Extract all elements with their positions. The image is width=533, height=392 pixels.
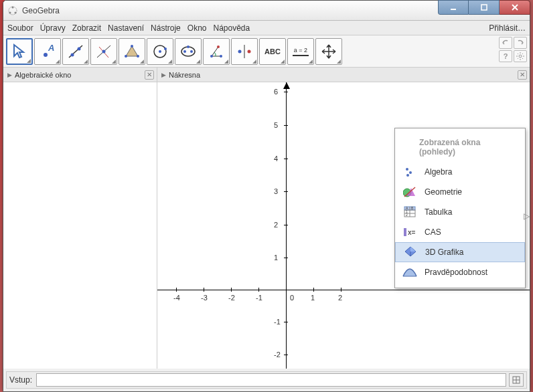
tool-reflect[interactable] <box>231 38 258 65</box>
menu-help[interactable]: Nápověda <box>213 23 250 33</box>
app-window: GeoGebra Soubor Úpravy Zobrazit Nastaven… <box>3 0 530 392</box>
x-tick-label: -3 <box>201 294 208 302</box>
side-expand-icon[interactable]: ▷ <box>524 211 530 221</box>
menu-settings[interactable]: Nastavení <box>108 23 144 33</box>
algebra-panel: ▶ Algebraické okno ✕ <box>3 68 157 369</box>
svg-point-33 <box>519 55 522 58</box>
titlebar[interactable]: GeoGebra <box>3 1 530 21</box>
popup-label: Pravděpodobnost <box>425 268 487 277</box>
svg-point-19 <box>125 55 127 58</box>
y-tick-label: 4 <box>274 155 278 163</box>
popup-label: Tabulka <box>425 207 452 217</box>
toolbar: A ABC a = 2 ? <box>3 35 530 68</box>
chevron-down-icon <box>84 60 88 64</box>
svg-rect-56 <box>404 228 406 236</box>
svg-point-2 <box>15 11 17 13</box>
svg-line-38 <box>518 54 518 54</box>
y-tick-label: 1 <box>274 254 278 262</box>
popup-item-3d[interactable]: 3D Grafika <box>395 242 525 262</box>
tool-move-view[interactable] <box>315 38 342 65</box>
algebra-close-button[interactable]: ✕ <box>145 70 154 80</box>
x-tick-label: 1 <box>311 294 315 302</box>
maximize-button[interactable] <box>469 0 500 15</box>
command-input[interactable] <box>36 373 506 387</box>
tool-line[interactable] <box>62 38 89 65</box>
popup-label: 3D Grafika <box>425 248 463 257</box>
menu-tools[interactable]: Nástroje <box>151 23 181 33</box>
popup-item-cas[interactable]: x= CAS <box>395 222 525 242</box>
svg-point-24 <box>183 50 186 53</box>
minimize-button[interactable] <box>438 0 469 15</box>
y-tick <box>284 191 288 192</box>
graphics-header[interactable]: ▶ Nákresna ✕ <box>157 68 530 82</box>
y-tick <box>284 159 288 159</box>
symbol-button[interactable] <box>509 373 524 387</box>
tool-slider[interactable]: a = 2 <box>287 38 314 65</box>
chevron-down-icon <box>281 60 285 64</box>
x-tick <box>231 288 232 292</box>
tool-text[interactable]: ABC <box>259 38 286 65</box>
x-tick-label: -4 <box>173 294 180 302</box>
x-tick <box>341 288 341 292</box>
svg-point-21 <box>159 50 161 53</box>
settings-button[interactable] <box>514 50 527 62</box>
popup-item-probability[interactable]: Pravděpodobnost <box>395 262 525 282</box>
algebra-icon <box>402 165 418 179</box>
chevron-down-icon <box>252 60 256 64</box>
tool-ellipse[interactable] <box>175 38 202 65</box>
y-tick <box>284 322 288 322</box>
x-tick-label: -2 <box>228 294 235 302</box>
svg-point-44 <box>406 174 409 177</box>
svg-text:A: A <box>48 43 54 53</box>
text-icon-label: ABC <box>264 47 281 56</box>
chevron-down-icon <box>56 60 60 64</box>
redo-button[interactable] <box>514 37 527 49</box>
tool-angle[interactable] <box>203 38 230 65</box>
window-title: GeoGebra <box>22 6 60 15</box>
graphics-title: Nákresna <box>169 71 200 79</box>
chevron-down-icon <box>337 60 341 64</box>
graphics-close-button[interactable]: ✕ <box>518 70 527 80</box>
popup-item-algebra[interactable]: Algebra <box>395 162 525 182</box>
y-tick-label: 2 <box>274 221 278 229</box>
svg-point-12 <box>78 47 81 50</box>
x-tick <box>258 288 259 292</box>
popup-item-spreadsheet[interactable]: AB12 Tabulka <box>395 202 525 222</box>
svg-rect-5 <box>481 5 487 10</box>
probability-icon <box>402 266 418 279</box>
algebra-header[interactable]: ▶ Algebraické okno ✕ <box>3 68 157 82</box>
login-link[interactable]: Přihlásit… <box>489 23 526 33</box>
y-tick <box>284 225 288 225</box>
toolbar-right: ? <box>499 37 527 62</box>
tool-point[interactable]: A <box>34 38 61 65</box>
svg-text:x=: x= <box>408 229 416 236</box>
chevron-down-icon <box>309 60 313 64</box>
svg-point-28 <box>220 55 222 58</box>
menu-window[interactable]: Okno <box>187 23 207 33</box>
close-button[interactable] <box>500 0 530 15</box>
chevron-down-icon <box>140 60 144 64</box>
algebra-body[interactable] <box>3 82 157 369</box>
tool-move[interactable] <box>6 38 33 65</box>
menu-view[interactable]: Zobrazit <box>72 23 101 33</box>
svg-marker-16 <box>126 46 138 56</box>
popup-label: Algebra <box>425 167 452 177</box>
menu-edit[interactable]: Úpravy <box>40 23 66 33</box>
window-controls <box>438 0 530 15</box>
menu-file[interactable]: Soubor <box>7 23 33 33</box>
help-button[interactable]: ? <box>499 50 512 62</box>
y-tick <box>284 355 288 355</box>
svg-point-17 <box>131 45 133 47</box>
popup-title: Zobrazená okna (pohledy) <box>395 131 525 162</box>
tool-perpendicular[interactable] <box>90 38 117 65</box>
chevron-down-icon <box>224 60 228 64</box>
tool-circle[interactable] <box>147 38 173 65</box>
popup-item-geometry[interactable]: Geometrie <box>395 182 525 202</box>
svg-line-41 <box>522 54 523 54</box>
y-tick-label: 3 <box>274 187 278 195</box>
undo-button[interactable] <box>499 37 512 49</box>
chevron-down-icon <box>168 60 172 64</box>
popup-label: Geometrie <box>425 187 462 197</box>
svg-point-32 <box>248 50 251 53</box>
tool-polygon[interactable] <box>119 38 145 65</box>
